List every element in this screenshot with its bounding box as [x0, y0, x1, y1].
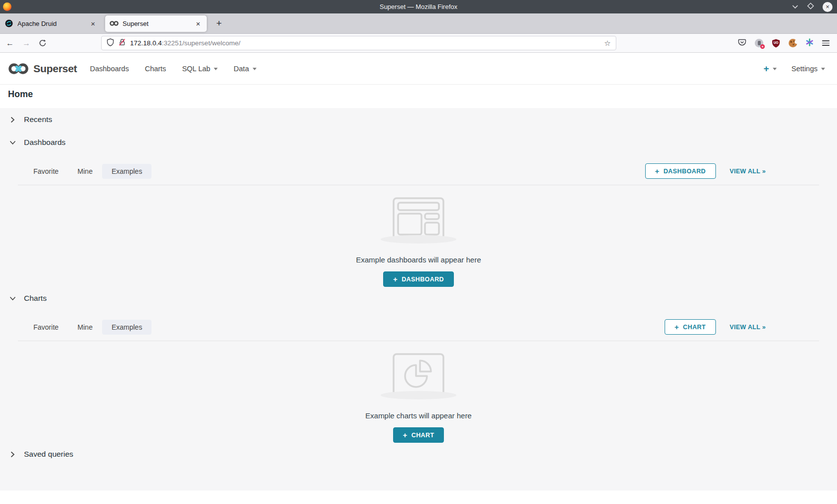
section-divider [18, 341, 819, 341]
section-label: Saved queries [24, 450, 73, 459]
tab-apache-druid[interactable]: Apache Druid × [0, 15, 102, 32]
view-all-dashboards-link[interactable]: VIEW ALL » [730, 168, 766, 175]
charts-empty-state: Example charts will appear here +CHART [0, 353, 837, 443]
window-controls: × [792, 2, 837, 12]
tab-close-icon[interactable]: × [89, 19, 97, 28]
tab-bar: Apache Druid × Superset × + [0, 13, 837, 34]
nav-item-sql-lab[interactable]: SQL Lab [174, 65, 226, 73]
shield-icon[interactable] [107, 38, 114, 48]
browser-toolbar: ← → 172.18.0.4:32251/superset/welcome/ ☆… [0, 34, 837, 53]
chevron-down-icon [253, 68, 257, 70]
url-host: 172.18.0.4 [130, 39, 162, 47]
new-item-menu[interactable]: + [763, 64, 776, 73]
dashboards-empty-state: Example dashboards will appear here +DAS… [0, 197, 837, 287]
charts-controls: Favorite Mine Examples +CHART VIEW ALL » [0, 319, 837, 335]
extension-icon[interactable]: × [755, 39, 763, 47]
url-path: :32251/superset/welcome/ [162, 39, 241, 47]
charts-filter-tabs: Favorite Mine Examples [24, 320, 151, 335]
chevron-down-icon [9, 296, 16, 301]
tab-favorite[interactable]: Favorite [24, 320, 68, 335]
chevron-down-icon [821, 68, 825, 70]
nav-item-charts[interactable]: Charts [137, 65, 174, 73]
add-dashboard-button-primary[interactable]: +DASHBOARD [383, 271, 454, 287]
chevron-down-icon [214, 68, 218, 70]
chevron-right-icon [9, 117, 16, 123]
tab-favorite[interactable]: Favorite [24, 164, 68, 179]
add-dashboard-button[interactable]: +DASHBOARD [645, 163, 716, 179]
window-title: Superset — Mozilla Firefox [0, 3, 837, 10]
tab-mine[interactable]: Mine [68, 320, 102, 335]
placeholder-shadow [381, 235, 456, 244]
empty-state-text: Example charts will appear here [365, 411, 471, 420]
window-titlebar: Superset — Mozilla Firefox × [0, 0, 837, 13]
insecure-lock-icon[interactable] [119, 38, 126, 48]
section-divider [18, 185, 819, 185]
tab-close-icon[interactable]: × [194, 19, 202, 28]
superset-favicon-icon [110, 19, 119, 27]
menu-icon[interactable] [822, 40, 830, 46]
view-all-charts-link[interactable]: VIEW ALL » [730, 324, 766, 331]
tab-label: Superset [123, 20, 194, 27]
section-saved-queries[interactable]: Saved queries [0, 443, 837, 466]
tab-examples[interactable]: Examples [102, 320, 151, 335]
back-icon[interactable]: ← [6, 39, 14, 48]
window-maximize-icon[interactable] [807, 2, 814, 11]
dashboard-placeholder-icon [393, 197, 444, 240]
section-charts[interactable]: Charts [0, 287, 837, 310]
chart-placeholder-icon [393, 353, 444, 396]
url-text[interactable]: 172.18.0.4:32251/superset/welcome/ [130, 39, 604, 47]
forward-icon[interactable]: → [22, 39, 30, 48]
tab-label: Apache Druid [17, 20, 89, 27]
pocket-icon[interactable] [738, 38, 746, 48]
superset-infinity-icon [8, 62, 29, 75]
nav-item-dashboards[interactable]: Dashboards [82, 65, 137, 73]
chevron-down-icon [773, 68, 777, 70]
superset-navbar: Superset Dashboards Charts SQL Lab Data … [0, 53, 837, 85]
tab-mine[interactable]: Mine [68, 164, 102, 179]
plus-icon: + [655, 167, 660, 175]
url-bar[interactable]: 172.18.0.4:32251/superset/welcome/ ☆ [101, 36, 616, 50]
placeholder-shadow [381, 391, 456, 399]
section-label: Recents [24, 115, 52, 124]
brand-name: Superset [33, 63, 77, 75]
empty-state-text: Example dashboards will appear here [356, 255, 481, 264]
plus-icon: + [675, 323, 679, 331]
section-label: Dashboards [24, 138, 66, 147]
section-label: Charts [24, 294, 47, 303]
window-minimize-icon[interactable] [792, 2, 799, 11]
section-dashboards[interactable]: Dashboards [0, 131, 837, 154]
new-tab-button[interactable]: + [209, 18, 229, 29]
asterisk-extension-icon[interactable] [806, 38, 814, 48]
section-recents[interactable]: Recents [0, 108, 837, 131]
window-close-icon[interactable]: × [823, 2, 833, 12]
dashboards-filter-tabs: Favorite Mine Examples [24, 164, 151, 179]
druid-favicon-icon [4, 19, 13, 27]
superset-logo[interactable]: Superset [8, 62, 77, 75]
plus-icon: + [403, 431, 408, 439]
add-chart-button-primary[interactable]: +CHART [393, 427, 444, 443]
plus-icon: + [393, 275, 398, 283]
plus-icon: + [763, 64, 769, 73]
chevron-down-icon [9, 140, 16, 145]
add-chart-button[interactable]: +CHART [665, 319, 716, 335]
bookmark-star-icon[interactable]: ☆ [604, 39, 611, 48]
welcome-content: Recents Dashboards Favorite Mine Example… [0, 108, 837, 491]
chevron-right-icon [9, 451, 16, 458]
page-title: Home [8, 89, 829, 100]
settings-menu[interactable]: Settings [792, 65, 825, 73]
tab-examples[interactable]: Examples [102, 164, 151, 179]
reload-icon[interactable] [39, 39, 46, 47]
main-nav: Dashboards Charts SQL Lab Data [82, 65, 264, 73]
toolbar-extensions: × UO [738, 38, 831, 48]
cookie-icon[interactable] [789, 39, 797, 47]
nav-item-data[interactable]: Data [226, 65, 265, 73]
tab-superset[interactable]: Superset × [105, 15, 207, 32]
ublock-shield-icon[interactable]: UO [772, 39, 780, 48]
page-header: Home [0, 85, 837, 108]
dashboards-controls: Favorite Mine Examples +DASHBOARD VIEW A… [0, 163, 837, 179]
